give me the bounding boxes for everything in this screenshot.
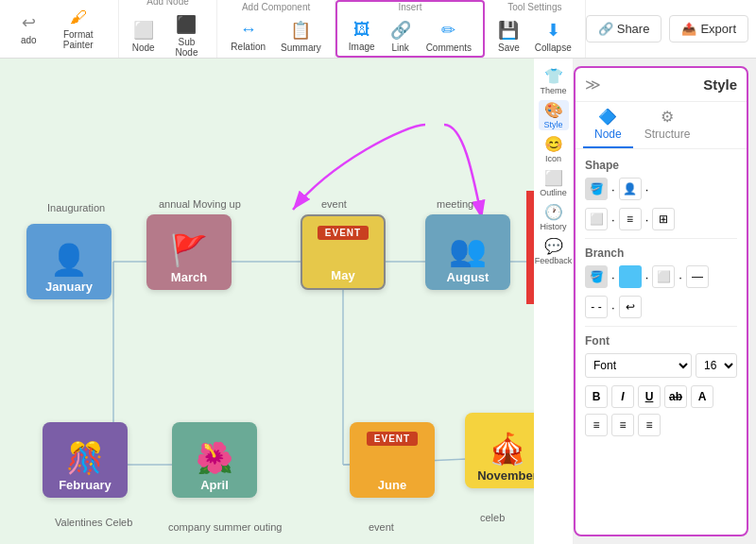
march-icon: 🚩 (170, 232, 208, 268)
theme-button[interactable]: 👕 Theme (539, 66, 569, 96)
style-tabs: 🔷 Node ⚙ Structure (576, 102, 747, 149)
shape-row-1: 🪣 · 👤 · (585, 178, 737, 200)
celeb-label: celeb (480, 512, 505, 523)
font-row: Font 16 (585, 353, 737, 378)
toolbar-section-insert: Insert 🖼 Image 🔗 Link ✏ Comments (335, 0, 485, 58)
style-panel-header: ≫ Style (576, 68, 747, 102)
feedback-button[interactable]: 💬 Feedback (539, 236, 569, 266)
event-label-top: event (321, 198, 347, 210)
font-section-title: Font (585, 334, 737, 348)
share-button[interactable]: 🔗 Share (586, 15, 662, 42)
relation-button[interactable]: ↔ Relation (225, 16, 271, 56)
annual-label: annual Moving up (159, 198, 241, 210)
august-node[interactable]: 👥 August (425, 214, 510, 290)
outline-icon: ⬜ (544, 169, 563, 187)
february-icon: 🎊 (66, 440, 104, 476)
align-right-button[interactable]: ≡ (638, 414, 661, 436)
march-label: March (171, 270, 207, 284)
november-node[interactable]: 🎪 November (465, 413, 534, 488)
panel-collapse-button[interactable]: ≫ (585, 76, 601, 94)
font-select[interactable]: Font (585, 353, 692, 378)
shape-section-title: Shape (585, 159, 737, 172)
branch-row-2: - - · ↩ (585, 296, 737, 318)
november-icon: 🎪 (489, 431, 526, 467)
branch-row-1: 🪣 · · ⬜ · — (585, 265, 737, 288)
outline-button[interactable]: ⬜ Outline (539, 168, 569, 198)
image-button[interactable]: 🖼 Image (343, 16, 381, 56)
align-left-button[interactable]: ≡ (585, 414, 608, 436)
format-painter-button[interactable]: 🖌 Format Painter (46, 4, 111, 54)
shape-lines-btn[interactable]: ≡ (619, 208, 642, 230)
node-button[interactable]: ⬜ Node (127, 16, 161, 57)
shape-grid-btn[interactable]: ⊞ (652, 208, 675, 230)
january-node[interactable]: 👤 January (26, 224, 112, 299)
icon-bar: 👕 Theme 🎨 Style 😊 Icon ⬜ Outline 🕐 Histo… (534, 59, 574, 544)
red-indicator-bar (526, 191, 534, 304)
collapse-button[interactable]: ⬇ Collapse (529, 16, 577, 57)
undo-button[interactable]: ↩ ado (15, 8, 43, 49)
branch-fill-btn[interactable]: 🪣 (585, 265, 608, 288)
toolbar-section-undo: ↩ ado 🖌 Format Painter (8, 0, 119, 58)
smiley-icon: 😊 (544, 135, 563, 153)
underline-button[interactable]: U (638, 385, 661, 408)
structure-tab-icon: ⚙ (661, 108, 674, 126)
toolbar: ↩ ado 🖌 Format Painter Add Node ⬜ Node ⬛… (0, 0, 756, 59)
icon-button[interactable]: 😊 Icon (539, 134, 569, 164)
shape-person-btn[interactable]: 👤 (619, 178, 642, 200)
font-color-button[interactable]: A (691, 385, 713, 408)
history-button[interactable]: 🕐 History (539, 202, 569, 232)
june-event-badge: EVENT (367, 432, 418, 446)
main-area: Inauguration annual Moving up event meet… (0, 59, 756, 544)
toolbar-section-add-component: Add Component ↔ Relation 📋 Summary (217, 0, 335, 58)
january-label: January (45, 280, 93, 294)
export-button[interactable]: 📤 Export (669, 15, 748, 42)
bold-button[interactable]: B (585, 385, 608, 408)
shape-row-2: ⬜ · ≡ · ⊞ (585, 208, 737, 230)
font-size-select[interactable]: 16 (696, 353, 737, 378)
summary-button[interactable]: 📋 Summary (275, 16, 327, 57)
branch-section-title: Branch (585, 246, 737, 260)
august-label: August (447, 270, 490, 284)
shape-fill-btn[interactable]: 🪣 (585, 178, 608, 200)
save-button[interactable]: 💾 Save (492, 16, 525, 57)
shape-rect-btn[interactable]: ⬜ (585, 208, 608, 230)
toolbar-section-tool-settings: Tool Settings 💾 Save ⬇ Collapse (485, 0, 586, 58)
tab-node[interactable]: 🔷 Node (583, 102, 633, 148)
align-center-button[interactable]: ≡ (611, 414, 634, 436)
may-node[interactable]: EVENT May (301, 214, 386, 290)
february-node[interactable]: 🎊 February (43, 422, 128, 498)
valentines-label: Valentines Celeb (55, 517, 132, 528)
export-icon: 📤 (681, 22, 696, 36)
january-icon: 👤 (50, 242, 88, 278)
share-icon: 🔗 (598, 22, 613, 36)
june-label: June (378, 478, 406, 492)
italic-button[interactable]: I (611, 385, 634, 408)
summer-label: company summer outing (168, 521, 282, 533)
style-button[interactable]: 🎨 Style (539, 100, 569, 130)
branch-color-btn[interactable] (619, 265, 642, 288)
april-node[interactable]: 🌺 April (172, 422, 257, 498)
june-node[interactable]: EVENT June (350, 422, 435, 498)
style-content: Shape 🪣 · 👤 · ⬜ · ≡ · ⊞ Branch 🪣 · (576, 149, 747, 535)
event-label-bottom: event (369, 521, 394, 533)
comments-button[interactable]: ✏ Comments (421, 16, 477, 57)
text-format-row: B I U ab A (585, 385, 737, 408)
strikethrough-button[interactable]: ab (664, 385, 687, 408)
node-tab-icon: 🔷 (598, 108, 617, 126)
branch-dash-btn[interactable]: — (686, 265, 709, 288)
history-icon: 🕐 (544, 203, 563, 221)
april-icon: 🌺 (196, 440, 233, 476)
link-button[interactable]: 🔗 Link (385, 16, 417, 57)
april-label: April (200, 478, 229, 492)
branch-rect-btn[interactable]: ⬜ (652, 265, 675, 288)
canvas-area[interactable]: Inauguration annual Moving up event meet… (0, 59, 534, 544)
branch-dash2-btn[interactable]: - - (585, 296, 608, 318)
march-node[interactable]: 🚩 March (146, 214, 232, 290)
may-label: May (331, 268, 354, 282)
branch-curve-btn[interactable]: ↩ (619, 296, 642, 318)
november-label: November (477, 468, 534, 483)
style-panel: ≫ Style 🔷 Node ⚙ Structure Shape 🪣 · 👤 · (574, 66, 748, 536)
tab-structure[interactable]: ⚙ Structure (633, 102, 702, 148)
sub-node-button[interactable]: ⬛ Sub Node (164, 10, 210, 61)
theme-icon: 👕 (544, 67, 563, 85)
